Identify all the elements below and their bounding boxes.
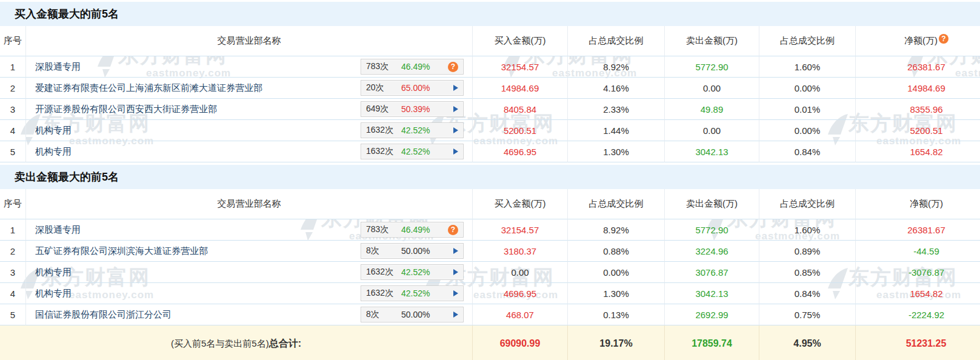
branch-cell: 机构专用 1632次 42.52% ? [26, 262, 473, 283]
sell-table-header-row: 序号 交易营业部名称 买入金额(万) 占总成交比例 卖出金额(万) 占总成交比例… [0, 189, 980, 219]
badge-count: 1632次 [366, 125, 401, 136]
sell-section-title: 卖出金额最大的前5名 [0, 165, 980, 189]
lhb-count-badge[interactable]: 783次 46.49% ? [361, 222, 464, 238]
branch-name-link[interactable]: 深股通专用 [35, 61, 81, 73]
header-buy-amount: 买入金额(万) [473, 189, 568, 219]
rank-cell: 3 [0, 99, 26, 120]
sell-amount-cell: 3224.96 [665, 241, 759, 262]
badge-count: 20次 [366, 82, 401, 93]
rank-cell: 4 [0, 283, 26, 304]
branch-name-link[interactable]: 机构专用 [35, 267, 72, 278]
buy-amount-cell: 5200.51 [473, 120, 568, 141]
sell-amount-cell: 3042.13 [665, 283, 759, 304]
expand-arrow-icon[interactable] [453, 127, 458, 133]
badge-percent: 42.52% [401, 267, 430, 277]
table-row: 5 国信证券股份有限公司浙江分公司 8次 50.00% ? 468.07 0.1… [0, 304, 980, 325]
help-icon[interactable]: ? [939, 34, 948, 44]
buy-top5-table: 序号 交易营业部名称 买入金额(万) 占总成交比例 卖出金额(万) 占总成交比例… [0, 26, 980, 162]
branch-name-link[interactable]: 国信证券股份有限公司浙江分公司 [35, 309, 172, 321]
buy-ratio-cell: 8.92% [568, 219, 665, 241]
lhb-count-badge[interactable]: 1632次 42.52% ? [361, 264, 464, 280]
badge-percent: 42.52% [401, 125, 430, 135]
buy-ratio-cell: 8.92% [568, 56, 665, 78]
branch-cell: 爱建证券有限责任公司上海浦东新区前滩大道证券营业部 20次 65.00% ? [26, 78, 473, 99]
expand-arrow-icon[interactable] [453, 312, 458, 318]
buy-amount-cell: 14984.69 [473, 78, 568, 99]
lhb-count-badge[interactable]: 8次 50.00% ? [361, 307, 464, 322]
rank-cell: 3 [0, 262, 26, 283]
buy-amount-cell: 8405.84 [473, 99, 568, 120]
header-net-label: 净额(万) [904, 35, 938, 47]
expand-arrow-icon[interactable] [453, 148, 458, 155]
branch-name-link[interactable]: 机构专用 [35, 288, 72, 299]
sell-amount-cell: 49.89 [665, 99, 759, 120]
buy-top5-section: 买入金额最大的前5名 序号 交易营业部名称 买入金额(万) 占总成交比例 卖出金… [0, 2, 980, 162]
header-sell-amount: 卖出金额(万) [665, 189, 759, 219]
buy-amount-cell: 32154.57 [473, 56, 568, 78]
totals-buy-ratio: 19.17% [568, 325, 665, 360]
branch-name-link[interactable]: 爱建证券有限责任公司上海浦东新区前滩大道证券营业部 [35, 82, 262, 94]
sell-amount-cell: 2692.99 [665, 304, 759, 325]
expand-arrow-icon[interactable] [453, 106, 458, 112]
branch-cell: 深股通专用 783次 46.49% ? [26, 219, 473, 241]
branch-name-link[interactable]: 五矿证券有限公司深圳滨海大道证券营业部 [35, 245, 208, 257]
lhb-count-badge[interactable]: 783次 46.49% ? [361, 59, 464, 75]
badge-count: 783次 [366, 224, 401, 235]
badge-count: 649次 [366, 104, 401, 115]
header-sell-ratio: 占总成交比例 [759, 26, 856, 56]
badge-count: 783次 [366, 61, 401, 72]
expand-arrow-icon[interactable] [453, 269, 458, 275]
table-row: 3 开源证券股份有限公司西安西大街证券营业部 649次 50.39% ? 840… [0, 99, 980, 120]
branch-cell: 机构专用 1632次 42.52% ? [26, 283, 473, 304]
badge-count: 8次 [366, 245, 401, 256]
branch-cell: 机构专用 1632次 42.52% ? [26, 141, 473, 162]
header-buy-ratio: 占总成交比例 [568, 189, 665, 219]
branch-name-link[interactable]: 机构专用 [35, 146, 72, 158]
sell-ratio-cell: 0.00% [759, 120, 856, 141]
sell-amount-cell: 0.00 [665, 120, 759, 141]
badge-percent: 65.00% [401, 83, 430, 93]
help-icon[interactable]: ? [448, 225, 458, 235]
badge-count: 1632次 [366, 146, 401, 157]
expand-arrow-icon[interactable] [453, 290, 458, 296]
buy-amount-cell: 468.07 [473, 304, 568, 325]
header-branch-name: 交易营业部名称 [26, 26, 473, 56]
buy-table-body: 1 深股通专用 783次 46.49% ? 32154.57 8.92% 577… [0, 56, 980, 162]
header-index: 序号 [0, 26, 26, 56]
expand-arrow-icon[interactable] [453, 248, 458, 254]
rank-cell: 1 [0, 219, 26, 241]
sell-amount-cell: 3076.87 [665, 262, 759, 283]
lhb-count-badge[interactable]: 1632次 42.52% ? [361, 144, 464, 159]
sell-amount-cell: 3042.13 [665, 141, 759, 162]
buy-ratio-cell: 2.33% [568, 99, 665, 120]
table-row: 2 爱建证券有限责任公司上海浦东新区前滩大道证券营业部 20次 65.00% ?… [0, 78, 980, 99]
lhb-count-badge[interactable]: 8次 50.00% ? [361, 243, 464, 259]
badge-count: 1632次 [366, 267, 401, 278]
totals-sell-ratio: 4.95% [759, 325, 856, 360]
sell-ratio-cell: 1.60% [759, 219, 856, 241]
buy-ratio-cell: 0.88% [568, 241, 665, 262]
sell-ratio-cell: 0.84% [759, 283, 856, 304]
lhb-count-badge[interactable]: 1632次 42.52% ? [361, 285, 464, 301]
rank-cell: 5 [0, 304, 26, 325]
buy-amount-cell: 0.00 [473, 262, 568, 283]
branch-name-link[interactable]: 开源证券股份有限公司西安西大街证券营业部 [35, 104, 217, 115]
sell-top5-table: 序号 交易营业部名称 买入金额(万) 占总成交比例 卖出金额(万) 占总成交比例… [0, 189, 980, 325]
branch-cell: 国信证券股份有限公司浙江分公司 8次 50.00% ? [26, 304, 473, 325]
sell-ratio-cell: 0.75% [759, 304, 856, 325]
buy-amount-cell: 4696.95 [473, 283, 568, 304]
header-net-amount: 净额(万) ? [856, 189, 980, 219]
sell-ratio-cell: 0.85% [759, 262, 856, 283]
branch-cell: 五矿证券有限公司深圳滨海大道证券营业部 8次 50.00% ? [26, 241, 473, 262]
expand-arrow-icon[interactable] [453, 85, 458, 91]
lhb-count-badge[interactable]: 20次 65.00% ? [361, 80, 464, 96]
badge-percent: 50.00% [401, 310, 430, 319]
badge-percent: 46.49% [401, 225, 430, 235]
branch-name-link[interactable]: 机构专用 [35, 125, 72, 136]
lhb-count-badge[interactable]: 649次 50.39% ? [361, 101, 464, 117]
branch-name-link[interactable]: 深股通专用 [35, 224, 81, 236]
help-icon[interactable]: ? [448, 62, 458, 72]
lhb-count-badge[interactable]: 1632次 42.52% ? [361, 122, 464, 138]
table-row: 1 深股通专用 783次 46.49% ? 32154.57 8.92% 577… [0, 56, 980, 78]
branch-cell: 深股通专用 783次 46.49% ? [26, 56, 473, 78]
